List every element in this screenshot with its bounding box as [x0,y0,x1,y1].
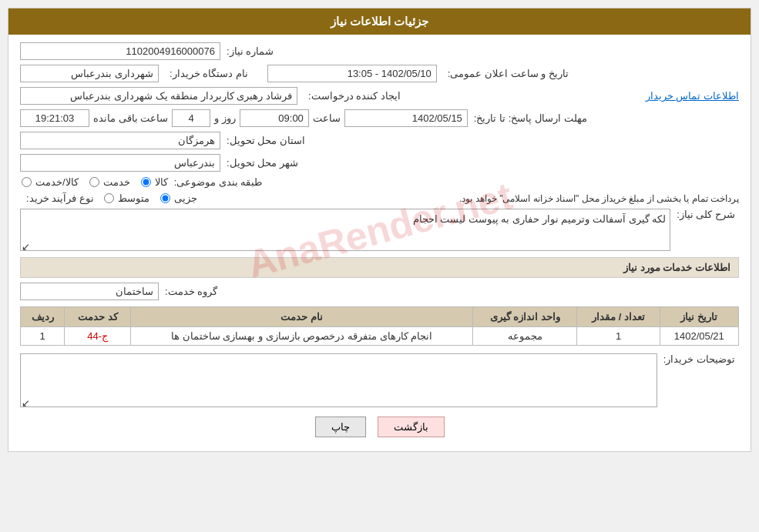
deadline-remaining-field: 19:21:03 [20,109,89,127]
creator-label: ایجاد کننده درخواست: [308,90,401,102]
col-code-header: کد حدمت [65,307,131,327]
city-field: بندرعباس [20,154,220,172]
description-field: لکه گیری آسفالت وترمیم نوار حفاری به پیو… [20,209,670,251]
deadline-days-label: روز و [214,112,236,124]
services-section-header: اطلاعات خدمات مورد نیاز [20,257,739,278]
radio-goods[interactable]: کالا [139,176,168,188]
deadline-label: مهلت ارسال پاسخ: تا تاریخ: [474,112,587,124]
province-label: استان محل تحویل: [227,135,305,146]
category-radio-group: کالا/خدمت خدمت کالا [20,176,168,188]
print-button[interactable]: چاپ [315,417,366,437]
need-number-label: شماره نیاز: [227,45,274,57]
description-label: شرح کلی نیاز: [677,209,735,220]
resize-handle-2: ↙ [22,397,30,405]
need-number-field: 1102004916000076 [20,42,220,60]
buyer-notes-field: ↙ [20,353,657,407]
category-label: طبقه بندی موضوعی: [174,176,263,188]
back-button[interactable]: بازگشت [378,417,445,437]
buyer-notes-label: توضیحات خریدار: [663,353,735,365]
public-announce-field: 1402/05/10 - 13:05 [267,65,437,82]
deadline-date-field: 1402/05/15 [344,109,468,127]
service-group-label: گروه خدمت: [165,286,217,297]
purchase-type-radio-group: متوسط جزیی [102,192,197,204]
contact-link[interactable]: اطلاعات تماس خریدار [646,90,739,102]
purchase-note: پرداخت تمام یا بخشی از مبلغ خریداز محل "… [459,193,739,204]
table-row: 1402/05/211مجموعهانجام کارهای متفرقه درخ… [21,327,739,346]
page-title: جزئیات اطلاعات نیاز [8,8,751,35]
col-name-header: نام حدمت [131,307,473,327]
resize-handle: ↙ [22,241,30,249]
buyer-name-field: شهرداری بندرعباس [20,65,159,82]
radio-medium[interactable]: متوسط [102,192,149,204]
service-group-field: ساختمان [20,283,159,300]
col-qty-header: تعداد / مقدار [577,307,660,327]
deadline-days-field: 4 [172,109,210,127]
radio-partial[interactable]: جزیی [159,192,197,204]
purchase-type-label: نوع فرآیند خرید: [26,192,94,204]
creator-field: فرشاد رهبری کاربردار منطقه یک شهرداری بن… [20,87,297,105]
radio-service[interactable]: خدمت [88,176,130,188]
city-label: شهر محل تحویل: [227,157,298,169]
col-date-header: تاریخ نیاز [660,307,738,327]
deadline-remaining-label: ساعت باقی مانده [93,112,168,124]
deadline-time-field: 09:00 [240,109,309,127]
services-table: تاریخ نیاز تعداد / مقدار واحد اندازه گیر… [20,306,739,346]
public-announce-label: تاریخ و ساعت اعلان عمومی: [448,68,569,79]
province-field: هرمزگان [20,132,220,149]
col-unit-header: واحد اندازه گیری [473,307,577,327]
col-row-header: ردیف [21,307,65,327]
buyer-name-label: نام دستگاه خریدار: [170,68,248,79]
deadline-time-label: ساعت [313,112,341,124]
radio-goods-service[interactable]: کالا/خدمت [20,176,79,188]
